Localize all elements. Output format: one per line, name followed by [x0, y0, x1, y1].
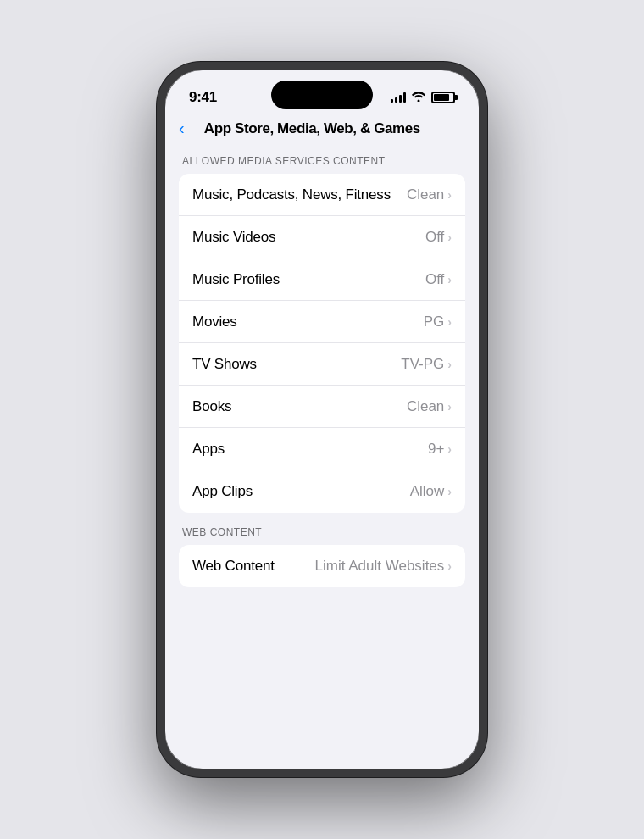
settings-row-tv-shows[interactable]: TV Shows TV-PG › — [179, 343, 465, 386]
settings-row-right-music-videos: Off › — [425, 229, 452, 246]
settings-row-music-videos[interactable]: Music Videos Off › — [179, 216, 465, 258]
settings-group-allowed-media: Music, Podcasts, News, Fitness Clean › M… — [179, 174, 465, 513]
settings-row-right-tv-shows: TV-PG › — [401, 356, 452, 373]
settings-row-app-clips[interactable]: App Clips Allow › — [179, 470, 465, 513]
section-header-web-content: WEB CONTENT — [165, 526, 479, 545]
page-title: App Store, Media, Web, & Games — [185, 120, 440, 137]
settings-value-music-profiles: Off — [425, 271, 444, 288]
settings-label-apps: Apps — [192, 441, 225, 458]
chevron-right-icon: › — [447, 559, 452, 573]
settings-value-movies: PG — [424, 314, 445, 331]
settings-label-app-clips: App Clips — [192, 483, 253, 500]
settings-row-web-content[interactable]: Web Content Limit Adult Websites › — [179, 545, 465, 587]
settings-row-right-movies: PG › — [424, 314, 452, 331]
settings-row-music-profiles[interactable]: Music Profiles Off › — [179, 258, 465, 301]
settings-row-right-books: Clean › — [407, 398, 452, 415]
settings-label-books: Books — [192, 398, 231, 415]
settings-value-music-videos: Off — [425, 229, 444, 246]
wifi-icon — [412, 91, 425, 104]
battery-icon — [431, 92, 455, 103]
settings-row-right-music-profiles: Off › — [425, 271, 452, 288]
phone-frame: 9:41 — [157, 62, 487, 777]
settings-value-apps: 9+ — [428, 441, 444, 458]
settings-label-music-profiles: Music Profiles — [192, 271, 280, 288]
chevron-right-icon: › — [447, 188, 452, 202]
settings-row-right-app-clips: Allow › — [410, 483, 452, 500]
chevron-right-icon: › — [447, 400, 452, 414]
settings-row-right-music-podcasts: Clean › — [407, 186, 452, 203]
settings-label-movies: Movies — [192, 314, 237, 331]
chevron-right-icon: › — [447, 231, 452, 244]
settings-row-apps[interactable]: Apps 9+ › — [179, 428, 465, 470]
chevron-right-icon: › — [447, 315, 452, 329]
back-chevron-icon: ‹ — [179, 119, 185, 138]
settings-value-music-podcasts: Clean — [407, 186, 444, 203]
phone-screen: 9:41 — [165, 70, 479, 769]
chevron-right-icon: › — [447, 358, 452, 371]
settings-row-movies[interactable]: Movies PG › — [179, 301, 465, 343]
settings-row-music-podcasts[interactable]: Music, Podcasts, News, Fitness Clean › — [179, 174, 465, 216]
chevron-right-icon: › — [447, 485, 452, 498]
settings-label-tv-shows: TV Shows — [192, 356, 257, 373]
settings-value-tv-shows: TV-PG — [401, 356, 444, 373]
signal-icon — [391, 92, 406, 103]
section-header-allowed-media: ALLOWED MEDIA SERVICES CONTENT — [165, 155, 479, 174]
settings-value-app-clips: Allow — [410, 483, 445, 500]
settings-label-music-podcasts: Music, Podcasts, News, Fitness — [192, 186, 391, 203]
settings-label-music-videos: Music Videos — [192, 229, 275, 246]
scroll-content[interactable]: ALLOWED MEDIA SERVICES CONTENT Music, Po… — [165, 148, 479, 769]
settings-value-web-content: Limit Adult Websites — [315, 558, 445, 575]
status-icons — [391, 91, 455, 104]
settings-value-books: Clean — [407, 398, 444, 415]
settings-label-web-content: Web Content — [192, 558, 275, 575]
settings-row-right-web-content: Limit Adult Websites › — [315, 558, 452, 575]
settings-row-books[interactable]: Books Clean › — [179, 386, 465, 428]
back-button[interactable]: ‹ — [179, 119, 185, 138]
nav-bar: ‹ App Store, Media, Web, & Games — [165, 113, 479, 148]
dynamic-island — [271, 81, 373, 109]
section-spacer — [165, 520, 479, 526]
settings-group-web-content: Web Content Limit Adult Websites › — [179, 545, 465, 587]
settings-row-right-apps: 9+ › — [428, 441, 452, 458]
status-time: 9:41 — [189, 89, 217, 106]
chevron-right-icon: › — [447, 273, 452, 286]
chevron-right-icon: › — [447, 442, 452, 456]
